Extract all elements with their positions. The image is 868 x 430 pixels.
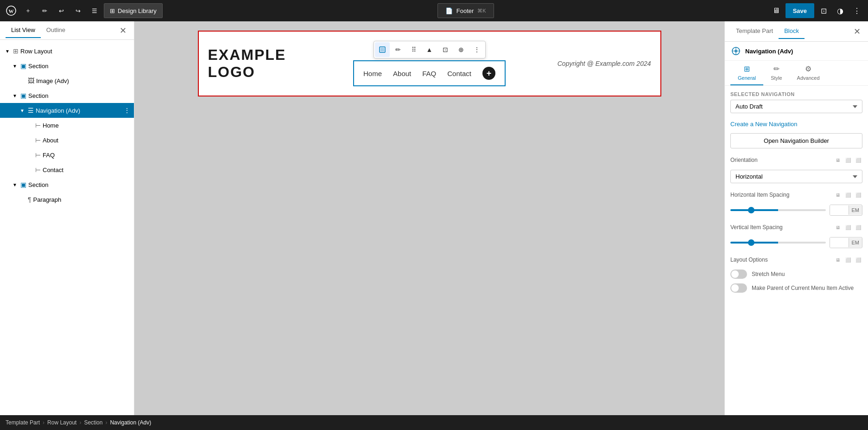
logo-area: Example Logo bbox=[208, 46, 324, 81]
responsive-tablet-icon[interactable]: ⬜ bbox=[844, 256, 852, 264]
nav-item-icon: ⊢ bbox=[35, 151, 41, 159]
select-icon bbox=[379, 46, 386, 53]
nav-add-button[interactable]: + bbox=[482, 67, 495, 80]
tree-item-faq[interactable]: ▶ ⊢ FAQ bbox=[0, 148, 134, 162]
nav-link-contact[interactable]: Contact bbox=[447, 70, 471, 77]
breadcrumb-template-part[interactable]: Template Part bbox=[6, 419, 40, 426]
navigation-adv-icon bbox=[730, 45, 741, 57]
nav-more-button[interactable]: ⋮ bbox=[469, 42, 484, 57]
nav-link-about[interactable]: About bbox=[393, 70, 411, 77]
tree-view: ▼ ⊞ Row Layout ▼ ▣ Section ▶ 🖼 Image (Ad… bbox=[0, 40, 134, 415]
nav-link-faq[interactable]: FAQ bbox=[422, 70, 436, 77]
nav-add-item-button[interactable]: ⊕ bbox=[454, 42, 469, 57]
right-panel-content: SELECTED NAVIGATION Auto Draft Create a … bbox=[725, 86, 868, 306]
responsive-desktop-icon[interactable]: 🖥 bbox=[834, 256, 842, 264]
design-library-button[interactable]: ⊞ Design Library bbox=[104, 3, 163, 18]
tree-label-section-2: Section bbox=[28, 92, 130, 99]
tree-item-row-layout[interactable]: ▼ ⊞ Row Layout bbox=[0, 44, 134, 58]
svg-rect-3 bbox=[380, 48, 384, 51]
panel-close-button[interactable]: ✕ bbox=[118, 24, 128, 38]
toggle-knob bbox=[731, 284, 739, 292]
orientation-row: Orientation 🖥 ⬜ ⬜ bbox=[730, 156, 862, 164]
edit-button[interactable]: ✏ bbox=[37, 3, 52, 18]
tree-item-image-adv[interactable]: ▶ 🖼 Image (Adv) bbox=[0, 73, 134, 88]
block-tab-style[interactable]: ✏ Style bbox=[763, 61, 789, 85]
more-options-button[interactable]: ⋮ bbox=[849, 3, 864, 18]
add-block-button[interactable]: ＋ bbox=[20, 3, 35, 18]
responsive-desktop-icon[interactable]: 🖥 bbox=[834, 156, 842, 164]
responsive-tablet-icon[interactable]: ⬜ bbox=[844, 223, 852, 231]
sidebar-toggle-button[interactable]: ⊡ bbox=[816, 3, 831, 18]
undo-button[interactable]: ↩ bbox=[54, 3, 69, 18]
right-panel-header: Template Part Block ✕ bbox=[725, 21, 868, 42]
panel-tabs: List View Outline bbox=[6, 23, 71, 38]
create-navigation-link[interactable]: Create a New Navigation bbox=[730, 121, 862, 128]
responsive-mobile-icon[interactable]: ⬜ bbox=[854, 156, 862, 164]
breadcrumb-section[interactable]: Section bbox=[84, 419, 102, 426]
canvas-inner: Example Logo ✏ ⠿ ▲ ⊡ ⊕ ⋮ bbox=[199, 32, 660, 96]
tree-item-section-3[interactable]: ▼ ▣ Section bbox=[0, 177, 134, 192]
horizontal-spacing-input[interactable] bbox=[830, 205, 849, 215]
responsive-tablet-icon[interactable]: ⬜ bbox=[844, 191, 852, 199]
block-tab-advanced[interactable]: ⚙ Advanced bbox=[790, 61, 827, 85]
responsive-mobile-icon[interactable]: ⬜ bbox=[854, 191, 862, 199]
orientation-dropdown[interactable]: Horizontal Vertical bbox=[730, 170, 862, 183]
parent-active-label: Make Parent of Current Menu Item Active bbox=[752, 285, 854, 291]
wp-logo-icon[interactable]: W bbox=[4, 3, 19, 18]
responsive-tablet-icon[interactable]: ⬜ bbox=[844, 156, 852, 164]
horizontal-unit: EM bbox=[849, 205, 862, 215]
breadcrumb-row-layout[interactable]: Row Layout bbox=[47, 419, 76, 426]
block-tab-general[interactable]: ⊞ General bbox=[730, 61, 763, 85]
nav-select-button[interactable] bbox=[375, 42, 390, 57]
menu-button[interactable]: ☰ bbox=[87, 3, 102, 18]
desktop-view-button[interactable]: 🖥 bbox=[769, 3, 784, 18]
tree-item-contact[interactable]: ▶ ⊢ Contact bbox=[0, 162, 134, 177]
design-library-icon: ⊞ bbox=[110, 7, 115, 14]
tab-outline[interactable]: Outline bbox=[41, 23, 71, 38]
nav-link-home[interactable]: Home bbox=[363, 70, 382, 77]
right-panel-close-button[interactable]: ✕ bbox=[852, 25, 862, 39]
nav-edit-button[interactable]: ✏ bbox=[391, 42, 405, 57]
horizontal-spacing-row: Horizontal Item Spacing 🖥 ⬜ ⬜ bbox=[730, 191, 862, 199]
vertical-spacing-row: Vertical Item Spacing 🖥 ⬜ ⬜ bbox=[730, 223, 862, 231]
breadcrumb-sep-1: › bbox=[43, 419, 44, 426]
vertical-spacing-slider[interactable] bbox=[730, 242, 826, 244]
redo-button[interactable]: ↪ bbox=[70, 3, 85, 18]
tree-item-paragraph[interactable]: ▶ ¶ Paragraph bbox=[0, 192, 134, 207]
tree-item-about[interactable]: ▶ ⊢ About bbox=[0, 133, 134, 148]
breadcrumb-navigation-adv[interactable]: Navigation (Adv) bbox=[110, 419, 151, 426]
responsive-mobile-icon[interactable]: ⬜ bbox=[854, 223, 862, 231]
responsive-desktop-icon[interactable]: 🖥 bbox=[834, 223, 842, 231]
footer-selector-button[interactable]: 📄 Footer ⌘K bbox=[437, 3, 494, 18]
save-button[interactable]: Save bbox=[786, 3, 814, 18]
tree-item-home[interactable]: ▶ ⊢ Home bbox=[0, 118, 134, 133]
stretch-menu-toggle[interactable] bbox=[730, 270, 747, 279]
toolbar-right: 🖥 Save ⊡ ◑ ⋮ bbox=[769, 3, 864, 18]
tree-item-navigation-adv[interactable]: ▼ ☰ Navigation (Adv) ⋮ bbox=[0, 103, 134, 118]
nav-up-button[interactable]: ▲ bbox=[422, 42, 437, 57]
nav-drag-button[interactable]: ⠿ bbox=[406, 42, 421, 57]
responsive-desktop-icon[interactable]: 🖥 bbox=[834, 191, 842, 199]
horizontal-spacing-slider[interactable] bbox=[730, 209, 826, 211]
tree-item-more-button[interactable]: ⋮ bbox=[124, 107, 130, 114]
tab-list-view[interactable]: List View bbox=[6, 23, 41, 38]
navigation-dropdown[interactable]: Auto Draft bbox=[730, 100, 862, 113]
tree-item-section-2[interactable]: ▼ ▣ Section bbox=[0, 88, 134, 103]
parent-active-toggle[interactable] bbox=[730, 283, 747, 293]
nav-box: Home About FAQ Contact + bbox=[353, 60, 506, 86]
theme-toggle-button[interactable]: ◑ bbox=[833, 3, 848, 18]
stretch-menu-label: Stretch Menu bbox=[752, 271, 785, 277]
tab-template-part[interactable]: Template Part bbox=[730, 24, 779, 39]
responsive-mobile-icon[interactable]: ⬜ bbox=[854, 256, 862, 264]
vertical-spacing-input[interactable] bbox=[830, 237, 849, 248]
nav-page-button[interactable]: ⊡ bbox=[438, 42, 453, 57]
orientation-icons: 🖥 ⬜ ⬜ bbox=[834, 156, 862, 164]
tab-block[interactable]: Block bbox=[779, 24, 805, 39]
tree-item-section-1[interactable]: ▼ ▣ Section bbox=[0, 58, 134, 73]
nav-item-icon: ⊢ bbox=[35, 122, 41, 129]
open-navigation-builder-button[interactable]: Open Navigation Builder bbox=[730, 133, 862, 148]
chevron-down-icon: ▼ bbox=[19, 107, 26, 114]
horizontal-spacing-group: Horizontal Item Spacing 🖥 ⬜ ⬜ EM bbox=[730, 191, 862, 216]
nav-item-icon: ⊢ bbox=[35, 136, 41, 144]
svg-text:W: W bbox=[9, 8, 14, 14]
